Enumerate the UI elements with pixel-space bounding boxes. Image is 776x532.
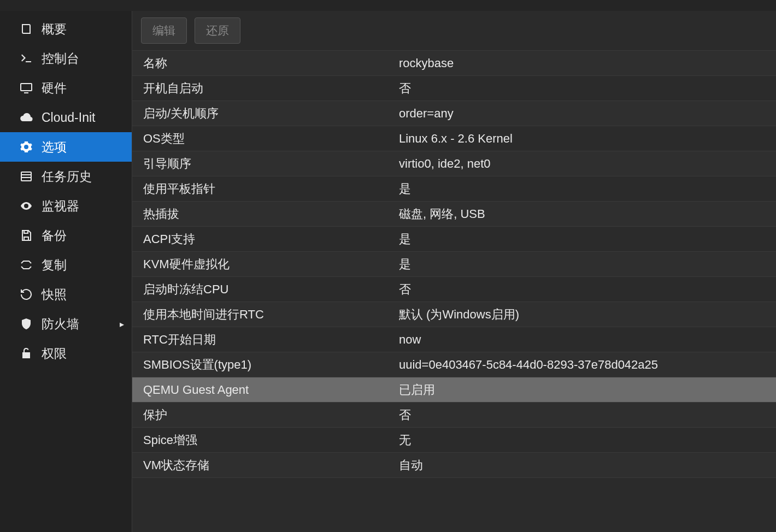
option-row[interactable]: 名称rockybase [132, 51, 776, 76]
save-icon [17, 229, 35, 242]
option-value: 已启用 [395, 382, 776, 398]
option-row[interactable]: KVM硬件虚拟化是 [132, 252, 776, 277]
option-key: 保护 [132, 407, 395, 423]
option-key: 使用本地时间进行RTC [132, 306, 395, 323]
sidebar-item-shield[interactable]: 防火墙▸ [0, 309, 132, 339]
option-row[interactable]: Spice增强无 [132, 428, 776, 453]
option-key: 使用平板指针 [132, 181, 395, 197]
option-row[interactable]: 引导顺序virtio0, ide2, net0 [132, 151, 776, 176]
option-value: order=any [395, 107, 776, 121]
revert-button[interactable]: 还原 [195, 17, 240, 44]
sidebar-item-label: 权限 [42, 345, 67, 362]
option-row[interactable]: 保护否 [132, 403, 776, 428]
option-key: QEMU Guest Agent [132, 383, 395, 397]
toolbar: 编辑 还原 [132, 11, 776, 50]
sidebar-item-monitor[interactable]: 硬件 [0, 73, 132, 103]
svg-rect-0 [21, 84, 32, 91]
cloud-icon [17, 111, 35, 124]
sidebar-item-history[interactable]: 快照 [0, 280, 132, 309]
option-value: virtio0, ide2, net0 [395, 157, 776, 171]
sidebar-item-label: 备份 [42, 227, 67, 244]
option-value: rockybase [395, 56, 776, 70]
chevron-right-icon: ▸ [120, 319, 124, 329]
sidebar-item-label: 快照 [42, 286, 67, 303]
sidebar-item-save[interactable]: 备份 [0, 221, 132, 250]
sync-icon [17, 258, 35, 271]
sidebar-item-label: 任务历史 [42, 168, 92, 185]
option-row[interactable]: SMBIOS设置(type1)uuid=0e403467-5c84-44d0-8… [132, 352, 776, 377]
option-row[interactable]: ACPI支持是 [132, 227, 776, 252]
option-row[interactable]: 启动时冻结CPU否 [132, 277, 776, 302]
option-row[interactable]: 使用本地时间进行RTC默认 (为Windows启用) [132, 302, 776, 327]
option-key: 启动/关机顺序 [132, 105, 395, 122]
sidebar-item-gear[interactable]: 选项 [0, 132, 132, 162]
edit-button[interactable]: 编辑 [141, 17, 187, 44]
option-value: 无 [395, 432, 776, 448]
option-row[interactable]: RTC开始日期now [132, 327, 776, 352]
option-key: KVM硬件虚拟化 [132, 256, 395, 273]
sidebar-item-list[interactable]: 任务历史 [0, 162, 132, 191]
option-value: now [395, 333, 776, 347]
option-row[interactable]: 启动/关机顺序order=any [132, 101, 776, 126]
option-row[interactable]: OS类型Linux 6.x - 2.6 Kernel [132, 126, 776, 151]
shield-icon [17, 317, 35, 330]
option-row[interactable]: QEMU Guest Agent已启用 [132, 377, 776, 403]
svg-rect-1 [21, 172, 31, 181]
option-value: 否 [395, 80, 776, 97]
options-grid: 名称rockybase开机自启动否启动/关机顺序order=anyOS类型Lin… [132, 50, 776, 532]
option-key: 热插拔 [132, 206, 395, 222]
main-panel: 编辑 还原 名称rockybase开机自启动否启动/关机顺序order=anyO… [132, 11, 776, 532]
sidebar-item-book[interactable]: 概要 [0, 14, 132, 44]
sidebar-item-label: 监视器 [42, 198, 79, 215]
unlock-icon [17, 347, 35, 360]
option-value: 否 [395, 281, 776, 298]
gear-icon [17, 140, 35, 153]
option-value: 是 [395, 181, 776, 197]
option-key: RTC开始日期 [132, 332, 395, 348]
sidebar-item-unlock[interactable]: 权限 [0, 339, 132, 368]
option-row[interactable]: 使用平板指针是 [132, 176, 776, 202]
sidebar-item-label: 复制 [42, 257, 67, 274]
sidebar: 概要控制台硬件Cloud-Init选项任务历史监视器备份复制快照防火墙▸权限 [0, 11, 132, 532]
terminal-icon [17, 52, 35, 65]
option-value: uuid=0e403467-5c84-44d0-8293-37e78d042a2… [395, 358, 776, 372]
sidebar-item-label: 概要 [42, 21, 67, 38]
option-value: 默认 (为Windows启用) [395, 306, 776, 323]
option-key: OS类型 [132, 131, 395, 147]
option-key: SMBIOS设置(type1) [132, 357, 395, 373]
option-row[interactable]: VM状态存储自动 [132, 453, 776, 478]
sidebar-item-label: 防火墙 [42, 316, 79, 333]
sidebar-item-label: 控制台 [42, 50, 79, 67]
option-row[interactable]: 开机自启动否 [132, 76, 776, 101]
app-root: 概要控制台硬件Cloud-Init选项任务历史监视器备份复制快照防火墙▸权限 编… [0, 0, 776, 532]
option-value: Linux 6.x - 2.6 Kernel [395, 132, 776, 146]
sidebar-item-label: Cloud-Init [42, 110, 95, 125]
monitor-icon [17, 81, 35, 94]
sidebar-item-terminal[interactable]: 控制台 [0, 44, 132, 73]
sidebar-item-label: 硬件 [42, 80, 67, 97]
option-key: 引导顺序 [132, 156, 395, 172]
sidebar-item-eye[interactable]: 监视器 [0, 191, 132, 221]
option-key: ACPI支持 [132, 231, 395, 247]
option-key: VM状态存储 [132, 457, 395, 474]
book-icon [17, 22, 35, 36]
option-value: 自动 [395, 457, 776, 474]
sidebar-item-cloud[interactable]: Cloud-Init [0, 103, 132, 132]
option-key: 名称 [132, 55, 395, 72]
sidebar-item-label: 选项 [42, 139, 67, 156]
option-key: 开机自启动 [132, 80, 395, 97]
option-key: Spice增强 [132, 432, 395, 448]
option-value: 磁盘, 网络, USB [395, 206, 776, 222]
option-value: 是 [395, 256, 776, 273]
option-row[interactable]: 热插拔磁盘, 网络, USB [132, 202, 776, 227]
option-key: 启动时冻结CPU [132, 281, 395, 298]
option-value: 否 [395, 407, 776, 423]
option-value: 是 [395, 231, 776, 247]
sidebar-item-sync[interactable]: 复制 [0, 250, 132, 280]
eye-icon [17, 199, 35, 212]
list-icon [17, 170, 35, 183]
history-icon [17, 288, 35, 301]
